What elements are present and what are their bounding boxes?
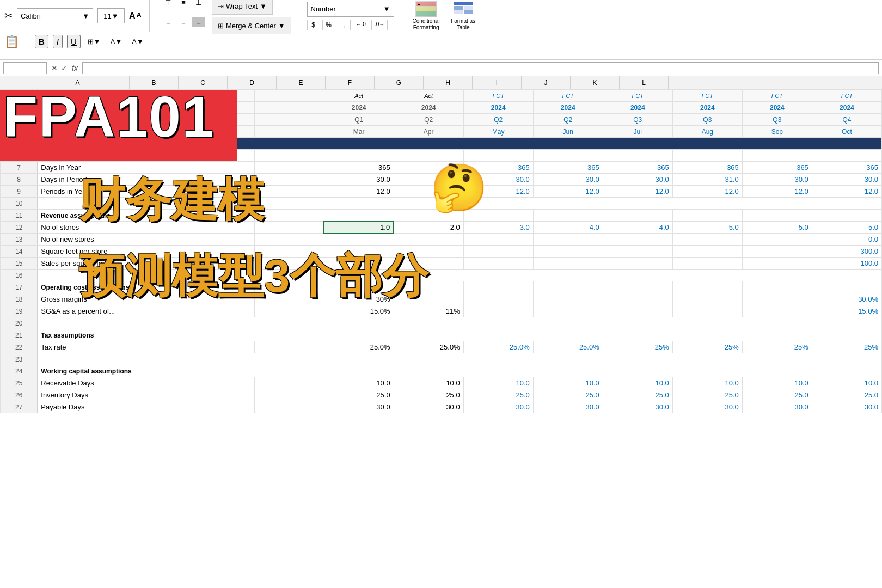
assumptions-header: Assumptions	[38, 138, 882, 150]
formula-input[interactable]	[82, 62, 879, 74]
gross-margins-row: 18 Gross margins 30% 30.0%	[1, 293, 882, 305]
decrease-decimal-btn[interactable]: ←.0	[353, 20, 369, 30]
increase-decimal-btn[interactable]: .0→	[371, 20, 388, 30]
period-quarter-row: 3 Q1 Q2 Q2 Q2 Q3 Q3 Q3 Q4	[1, 114, 882, 126]
periods-in-year-label: Periods in Year	[38, 186, 185, 198]
format-as-table-btn[interactable]: Format as Table	[447, 1, 480, 31]
revenue-assumptions-row: 11 Revenue assumptions	[1, 210, 882, 222]
cancel-formula-btn[interactable]: ✕	[51, 64, 58, 72]
data-table: 1 Act Act FCT FCT FCT FCT FCT FCT 2 2024…	[0, 89, 882, 413]
no-of-new-stores-row: 13 No of new stores 0.0	[1, 234, 882, 246]
font-family-dropdown[interactable]: Calibri ▼	[17, 8, 93, 23]
sq-ft-per-store-row: 14 Square feet per store 300.0	[1, 246, 882, 258]
tax-header-row: 21 Tax assumptions	[1, 329, 882, 341]
ribbon-bottom-row: 📋 B I U ⊞▼ A▼ A▼	[4, 29, 878, 54]
no-of-new-stores-label: No of new stores	[38, 234, 185, 246]
tax-rate-row: 22 Tax rate 25.0% 25.0% 25.0% 25.0% 25% …	[1, 341, 882, 353]
number-format-group: Number ▼ $ % , ←.0 .0→	[307, 2, 394, 30]
sga-row: 19 SG&A as a percent of... 15.0% 11% 15.…	[1, 305, 882, 317]
inventory-days-label: Inventory Days	[38, 389, 185, 401]
number-format-dropdown[interactable]: Number ▼	[307, 2, 394, 17]
period-type-row: 1 Act Act FCT FCT FCT FCT FCT FCT	[1, 90, 882, 102]
op-cost-row: 17 Operating cost assumptions	[1, 281, 882, 293]
borders-btn[interactable]: ⊞▼	[85, 36, 103, 47]
cell-reference-box[interactable]	[3, 62, 47, 74]
col-header-I[interactable]: I	[473, 76, 522, 89]
col-header-K[interactable]: K	[571, 76, 620, 89]
svg-rect-8	[464, 10, 473, 14]
payable-days-label: Payable Days	[38, 401, 185, 413]
ribbon-top-row: ✂ Calibri ▼ 11 ▼ A A ⊤ ≡ ⊥ ⇥ Wrap Text	[4, 2, 878, 29]
grow-font-btn[interactable]: A	[129, 11, 136, 21]
spacer-row-1: 10	[1, 198, 882, 210]
days-in-period-label: Days in Period	[38, 174, 185, 186]
svg-text:▶: ▶	[418, 3, 420, 6]
col-header-C[interactable]: C	[179, 76, 228, 89]
align-bottom-btn[interactable]: ⊥	[192, 0, 205, 7]
column-headers: A B C D E F G H I J K L	[0, 76, 882, 89]
formula-controls: ✕ ✓	[51, 64, 68, 72]
spacer-row-2: 16	[1, 270, 882, 281]
time-periods-row: 6 Time Periods	[1, 150, 882, 162]
col-header-H[interactable]: H	[424, 76, 473, 89]
cut-icon[interactable]: ✂	[4, 10, 13, 22]
gross-margins-label: Gross margins	[38, 293, 185, 305]
inventory-days-row: 26 Inventory Days 25.0 25.0 25.0 25.0 25…	[1, 389, 882, 401]
align-top-btn[interactable]: ⊤	[162, 0, 175, 7]
paste-icon[interactable]: 📋	[4, 35, 19, 49]
sales-per-sq-ft-row: 15 Sales per square foot 100.0	[1, 258, 882, 270]
col-header-F[interactable]: F	[326, 76, 375, 89]
spacer-row-3: 20	[1, 317, 882, 329]
col-header-L[interactable]: L	[620, 76, 669, 89]
align-middle-btn[interactable]: ≡	[177, 0, 190, 7]
currency-btn[interactable]: $	[307, 20, 320, 30]
svg-rect-1	[416, 7, 436, 11]
align-right-btn[interactable]: ≡	[192, 17, 205, 27]
formula-bar: ✕ ✓ fx	[0, 60, 882, 76]
svg-rect-4	[454, 2, 473, 5]
align-left-btn[interactable]: ≡	[162, 17, 175, 27]
col-header-G[interactable]: G	[375, 76, 424, 89]
svg-rect-5	[454, 6, 463, 10]
period-year-row: 2 2024 2024 2024 2024 2024 2024 2024 202…	[1, 102, 882, 114]
col-header-E[interactable]: E	[277, 76, 326, 89]
font-color-btn[interactable]: A▼	[129, 36, 146, 47]
days-in-period-row: 8 Days in Period 30.0 30.0 30.0 30.0 30.…	[1, 174, 882, 186]
svg-rect-6	[464, 6, 473, 10]
tax-rate-label: Tax rate	[38, 341, 185, 353]
no-of-stores-row: 12 No of stores 1.0 2.0 3.0 4.0 4.0 5.0 …	[1, 222, 882, 234]
col-header-D[interactable]: D	[228, 76, 277, 89]
bold-btn[interactable]: B	[35, 35, 48, 48]
days-in-year-label: Days in Year	[38, 162, 185, 174]
receivable-days-label: Receivable Days	[38, 377, 185, 389]
spreadsheet-area: 1 Act Act FCT FCT FCT FCT FCT FCT 2 2024…	[0, 89, 882, 588]
comma-btn[interactable]: ,	[338, 20, 351, 30]
align-center-btn[interactable]: ≡	[177, 17, 190, 27]
italic-btn[interactable]: I	[53, 35, 63, 48]
conditional-formatting-btn[interactable]: ▶ Conditional Formatting	[410, 1, 443, 31]
ribbon: ✂ Calibri ▼ 11 ▼ A A ⊤ ≡ ⊥ ⇥ Wrap Text	[0, 0, 882, 60]
assumptions-header-row: 5 Assumptions	[1, 138, 882, 150]
payable-days-row: 27 Payable Days 30.0 30.0 30.0 30.0 30.0…	[1, 401, 882, 413]
sga-label: SG&A as a percent of...	[38, 305, 185, 317]
font-size-input[interactable]: 11 ▼	[97, 8, 125, 23]
sq-ft-per-store-label: Square feet per store	[38, 246, 185, 258]
svg-rect-7	[454, 10, 463, 14]
days-in-year-row: 7 Days in Year 365 365 365 365 365 365 3…	[1, 162, 882, 174]
confirm-formula-btn[interactable]: ✓	[61, 64, 68, 72]
underline-btn[interactable]: U	[67, 35, 81, 48]
percent-btn[interactable]: %	[322, 20, 335, 30]
spacer-row-4: 23	[1, 353, 882, 365]
col-header-B[interactable]: B	[130, 76, 179, 89]
col-header-J[interactable]: J	[522, 76, 571, 89]
period-month-row: 4 Mar Apr May Jun Jul Aug Sep Oct	[1, 126, 882, 138]
no-of-stores-label: No of stores	[38, 222, 185, 234]
periods-in-year-row: 9 Periods in Year 12.0 12.0 12.0 12.0 12…	[1, 186, 882, 198]
wrap-text-btn[interactable]: ⇥ Wrap Text ▼	[212, 0, 273, 15]
shrink-font-btn[interactable]: A	[137, 11, 142, 21]
working-capital-header-row: 24 Working capital assumptions	[1, 365, 882, 377]
fill-color-btn[interactable]: A▼	[108, 36, 125, 47]
sales-per-sq-ft-label: Sales per square foot	[38, 258, 185, 270]
col-header-A[interactable]: A	[26, 76, 130, 89]
fx-label: fx	[72, 64, 78, 72]
